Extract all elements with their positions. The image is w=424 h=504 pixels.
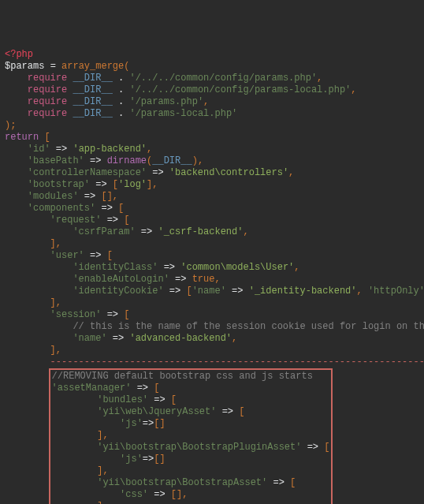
highlighted-code-block: //REMOVING default bootstrap css and js … [49, 368, 333, 504]
code-editor-view: <?php $params = array_merge( require __D… [5, 49, 419, 504]
php-open-tag: <?php [5, 49, 33, 60]
var-params: $params [5, 61, 44, 72]
